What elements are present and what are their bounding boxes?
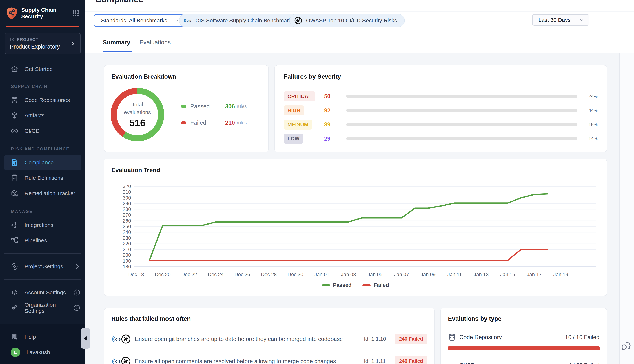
collapse-arrow-icon xyxy=(84,336,87,341)
date-range-select[interactable]: Last 30 Days xyxy=(532,14,589,26)
passed-value: 306 xyxy=(225,103,235,110)
svg-text:CIS: CIS xyxy=(115,360,121,364)
svg-text:280: 280 xyxy=(123,206,131,212)
user-name: Lavakush xyxy=(27,349,50,356)
brand-divider xyxy=(6,26,79,27)
card-title: Failures by Severity xyxy=(284,73,598,80)
sidebar-collapse-handle[interactable] xyxy=(81,328,90,348)
passed-dot-icon xyxy=(181,105,186,108)
legend-passed-label: Passed xyxy=(333,282,352,288)
rule-standard-icons: CIS xyxy=(111,334,135,344)
chevron-down-icon xyxy=(174,18,179,23)
legend-passed-row: Passed 306 rules xyxy=(181,103,262,110)
project-name: Product Exploratory xyxy=(10,44,70,50)
standards-filter-value: Standards: All Benchmarks xyxy=(101,18,167,24)
svg-text:Jan 07: Jan 07 xyxy=(394,272,409,277)
info-icon[interactable] xyxy=(73,304,81,312)
help-chat-icon: ? xyxy=(11,333,18,341)
sidebar-section-supply-chain: SUPPLY CHAIN xyxy=(0,84,85,89)
svg-text:250: 250 xyxy=(123,224,131,229)
svg-text:Dec 24: Dec 24 xyxy=(208,272,224,277)
rules-failed-card: Rules that failed most often CIS Ensure … xyxy=(104,308,435,364)
rules-suffix: rules xyxy=(237,120,246,125)
sidebar-item-account-settings[interactable]: Account Settings xyxy=(0,285,85,300)
svg-text:260: 260 xyxy=(123,218,131,224)
infinity-icon xyxy=(11,127,18,135)
severity-bar-track xyxy=(346,137,577,140)
severity-pill-high: HIGH xyxy=(284,106,304,116)
sidebar-item-artifacts[interactable]: Artifacts xyxy=(0,108,85,123)
tab-evaluations[interactable]: Evaluations xyxy=(139,39,171,46)
apps-grid-icon[interactable] xyxy=(72,9,80,17)
svg-text:Jan 05: Jan 05 xyxy=(368,272,383,277)
svg-text:Jan 13: Jan 13 xyxy=(474,272,489,277)
svg-text:CIS: CIS xyxy=(115,338,121,341)
sidebar-item-remediation-tracker[interactable]: Remediation Tracker xyxy=(0,186,85,201)
sidebar-item-integrations[interactable]: Integrations xyxy=(0,217,85,233)
standards-filter-select[interactable]: Standards: All Benchmarks xyxy=(94,14,185,27)
breakdown-legend: Passed 306 rules Failed 210 rules xyxy=(181,103,262,136)
chevron-right-icon xyxy=(70,41,75,46)
sidebar-item-cicd[interactable]: CI/CD xyxy=(0,123,85,138)
info-icon[interactable] xyxy=(73,289,81,296)
severity-percent: 24% xyxy=(585,94,598,99)
sidebar-item-organization-settings[interactable]: Organization Settings xyxy=(0,300,85,316)
sidebar-user[interactable]: L Lavakush xyxy=(0,344,85,360)
rule-standard-icons: CIS xyxy=(111,356,135,364)
project-label: PROJECT xyxy=(17,37,39,42)
sidebar-item-rule-definitions[interactable]: Rule Definitions xyxy=(0,170,85,186)
rule-text: Ensure all open comments are resolved be… xyxy=(135,358,364,364)
chat-widget-icon[interactable] xyxy=(621,340,633,352)
svg-text:Jan 17: Jan 17 xyxy=(527,272,542,277)
severity-pill-low: LOW xyxy=(284,134,303,144)
gear-icon xyxy=(11,263,18,270)
owasp-chip[interactable]: OWASP Top 10 CI/CD Security Risks xyxy=(289,14,405,27)
svg-text:270: 270 xyxy=(123,212,131,218)
project-selector[interactable]: PROJECT Product Exploratory xyxy=(5,33,81,54)
sidebar-item-help[interactable]: ? Help xyxy=(0,329,85,344)
rule-row[interactable]: CIS Ensure open git branches are up to d… xyxy=(111,334,427,344)
remediation-box-icon xyxy=(11,190,18,197)
tabs-bar: Summary Evaluations xyxy=(85,34,634,53)
evaluation-trend-card: Evaluation Trend 32031030029028027026025… xyxy=(104,158,607,296)
home-icon xyxy=(11,65,18,73)
owasp-logo-icon xyxy=(121,356,131,364)
chevron-right-icon xyxy=(73,263,81,270)
cis-logo-icon: CIS xyxy=(111,356,122,364)
sidebar-item-label: Project Settings xyxy=(25,264,63,270)
evaluation-breakdown-card: Evaluation Breakdown Total evaluations 5… xyxy=(104,65,269,152)
svg-text:Jan 19: Jan 19 xyxy=(553,272,568,277)
sidebar-item-label: Compliance xyxy=(25,160,54,166)
tab-summary[interactable]: Summary xyxy=(103,39,130,46)
failed-dot-icon xyxy=(181,121,186,124)
svg-text:200: 200 xyxy=(123,252,131,258)
sidebar-item-project-settings[interactable]: Project Settings xyxy=(0,259,85,274)
main-content: Evaluation Breakdown Total evaluations 5… xyxy=(85,53,619,364)
severity-row: MEDIUM 39 19% xyxy=(284,118,598,132)
type-bar-fill xyxy=(448,346,599,350)
sidebar-item-code-repositories[interactable]: Code Repositories xyxy=(0,92,85,108)
svg-text:Jan 11: Jan 11 xyxy=(447,272,462,277)
app-window: Supply Chain Security PROJECT Product Ex… xyxy=(0,0,634,364)
code-repository-icon xyxy=(11,96,18,104)
shield-logo-icon xyxy=(6,7,18,20)
total-evaluations-value: 516 xyxy=(130,117,145,128)
sidebar-item-label: Artifacts xyxy=(25,112,44,118)
type-bar-track xyxy=(448,346,599,350)
sidebar-item-label: Remediation Tracker xyxy=(25,190,75,196)
svg-text:230: 230 xyxy=(123,235,131,241)
sidebar-item-label: Rule Definitions xyxy=(25,175,63,181)
sidebar-item-get-started[interactable]: Get Started xyxy=(0,62,85,77)
rule-id: Id: 1.1.11 xyxy=(364,358,395,364)
svg-text:Dec 28: Dec 28 xyxy=(261,272,277,277)
sidebar-item-label: Pipelines xyxy=(25,237,47,244)
severity-count: 92 xyxy=(324,107,346,114)
sidebar-item-compliance[interactable]: Compliance xyxy=(4,155,81,170)
sidebar-item-pipelines[interactable]: Pipelines xyxy=(0,233,85,248)
trend-legend: Passed Failed xyxy=(104,282,607,288)
rule-row[interactable]: CIS Ensure all open comments are resolve… xyxy=(111,356,427,364)
svg-text:Jan 01: Jan 01 xyxy=(314,272,329,277)
sidebar-footer: ? Help L Lavakush xyxy=(0,324,85,364)
failed-line-swatch xyxy=(363,284,371,286)
owasp-logo-icon xyxy=(121,334,131,344)
